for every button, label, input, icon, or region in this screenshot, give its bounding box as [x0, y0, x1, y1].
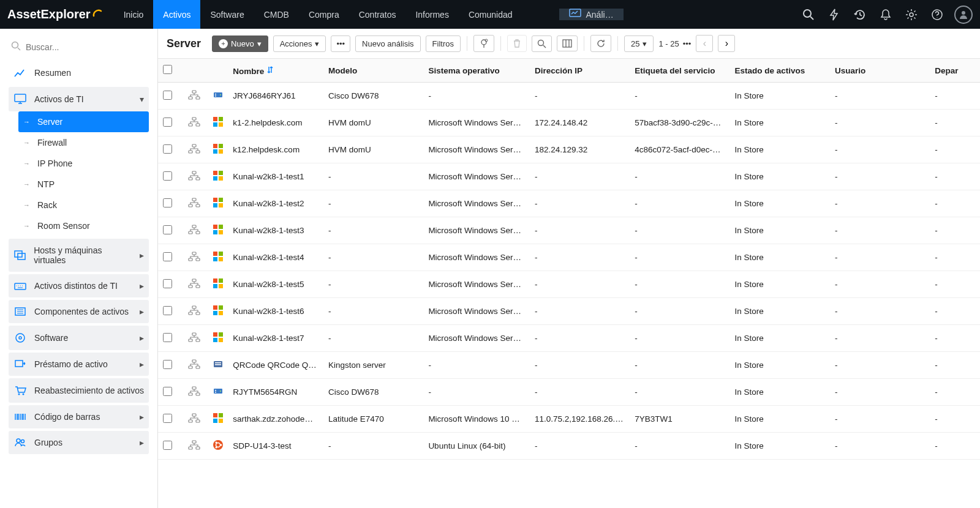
network-icon[interactable]	[188, 386, 202, 396]
nav-item-activos[interactable]: Activos	[153, 0, 200, 29]
table-row[interactable]: Kunal-w2k8-1-test1-Microsoft Windows Ser…	[158, 163, 980, 190]
network-icon[interactable]	[188, 171, 202, 181]
separator	[617, 36, 618, 51]
sidebar-item-room-sensor[interactable]: →Room Sensor	[18, 215, 149, 236]
actions-button[interactable]: Acciones ▾	[273, 35, 326, 52]
sidebar-group-it-assets[interactable]: Activos de TI ▾	[9, 87, 149, 111]
network-icon[interactable]	[188, 440, 202, 450]
row-checkbox[interactable]	[163, 414, 172, 423]
sidebar-group-components[interactable]: Componentes de activos ▸	[9, 300, 149, 323]
sidebar-item-firewall[interactable]: →Firewall	[18, 132, 149, 153]
row-checkbox[interactable]	[163, 441, 172, 450]
row-checkbox[interactable]	[163, 91, 172, 100]
row-checkbox[interactable]	[163, 279, 172, 288]
sidebar-item-server[interactable]: →Server	[18, 111, 149, 132]
network-icon[interactable]	[188, 117, 202, 127]
pin-button[interactable]	[473, 35, 494, 52]
sidebar-group-loan[interactable]: Préstamo de activo ▸	[9, 353, 149, 376]
table-row[interactable]: RJYTM5654RGNCisco DW678---In Store--	[158, 379, 980, 406]
nav-item-comunidad[interactable]: Comunidad	[459, 0, 522, 29]
network-icon[interactable]	[188, 305, 202, 315]
columns-button[interactable]	[557, 35, 578, 51]
bolt-icon[interactable]	[826, 6, 843, 23]
col-header-tag[interactable]: Etiqueta del servicio	[630, 59, 729, 83]
network-icon[interactable]	[188, 278, 202, 288]
network-icon[interactable]	[188, 90, 202, 100]
row-checkbox[interactable]	[163, 360, 172, 369]
grid-search-button[interactable]	[532, 35, 552, 52]
sidebar-group-groups[interactable]: Grupos ▸	[9, 431, 149, 454]
avatar-icon[interactable]	[954, 6, 973, 24]
sidebar-group-barcode[interactable]: Código de barras ▸	[9, 405, 149, 428]
sidebar-item-ntp[interactable]: →NTP	[18, 174, 149, 195]
nav-item-compra[interactable]: Compra	[299, 0, 349, 29]
col-header-ip[interactable]: Dirección IP	[530, 59, 630, 83]
row-checkbox[interactable]	[163, 252, 172, 261]
row-checkbox[interactable]	[163, 198, 172, 207]
table-row[interactable]: Kunal-w2k8-1-test7-Microsoft Windows Ser…	[158, 325, 980, 352]
table-row[interactable]: QRCode QRCode Q…Kingston server---In Sto…	[158, 352, 980, 379]
sidebar-item-ip-phone[interactable]: →IP Phone	[18, 153, 149, 174]
table-row[interactable]: Kunal-w2k8-1-test4-Microsoft Windows Ser…	[158, 244, 980, 271]
table-row[interactable]: Kunal-w2k8-1-test3-Microsoft Windows Ser…	[158, 217, 980, 244]
network-icon[interactable]	[188, 252, 202, 261]
next-page-button[interactable]: ›	[718, 35, 735, 52]
refresh-button[interactable]	[590, 35, 611, 52]
page-size-button[interactable]: 25 ▾	[624, 35, 654, 52]
help-icon[interactable]	[929, 6, 946, 23]
row-checkbox[interactable]	[163, 171, 172, 181]
table-row[interactable]: Kunal-w2k8-1-test6-Microsoft Windows Ser…	[158, 298, 980, 325]
table-row[interactable]: Kunal-w2k8-1-test2-Microsoft Windows Ser…	[158, 190, 980, 217]
network-icon[interactable]	[188, 332, 202, 342]
prev-page-button[interactable]: ‹	[696, 35, 713, 52]
network-icon[interactable]	[188, 144, 202, 154]
col-header-model[interactable]: Modelo	[323, 59, 423, 83]
nav-item-cmdb[interactable]: CMDB	[254, 0, 299, 29]
bell-icon[interactable]	[877, 6, 894, 23]
nav-item-inicio[interactable]: Inicio	[114, 0, 154, 29]
nav-item-contratos[interactable]: Contratos	[349, 0, 406, 29]
network-icon[interactable]	[188, 413, 202, 423]
col-header-os[interactable]: Sistema operativo	[423, 59, 530, 83]
network-icon[interactable]	[188, 225, 202, 234]
history-icon[interactable]	[851, 6, 869, 23]
table-row[interactable]: Kunal-w2k8-1-test5-Microsoft Windows Ser…	[158, 271, 980, 298]
sidebar-group-nonit[interactable]: Activos distintos de TI ▸	[9, 274, 149, 297]
table-row[interactable]: JRYJ6846RYJ61Cisco DW678---In Store--	[158, 83, 980, 110]
new-button[interactable]: +Nuevo ▾	[212, 35, 268, 52]
network-icon[interactable]	[188, 198, 202, 207]
network-icon[interactable]	[188, 359, 202, 369]
delete-button[interactable]	[507, 35, 527, 52]
table-row[interactable]: k12.helpdesk.comHVM domUMicrosoft Window…	[158, 136, 980, 163]
table-row[interactable]: SDP-U14-3-test-Ubuntu Linux (64-bit)--In…	[158, 433, 980, 460]
svg-rect-70	[219, 257, 223, 261]
row-checkbox[interactable]	[163, 333, 172, 342]
col-header-name[interactable]: Nombre	[228, 59, 323, 83]
new-scan-button[interactable]: Nuevo análisis	[355, 35, 421, 52]
sidebar-search-input[interactable]	[26, 42, 146, 52]
gear-icon[interactable]	[903, 6, 920, 23]
row-checkbox[interactable]	[163, 387, 172, 396]
sidebar-summary[interactable]: Resumen	[9, 61, 149, 84]
col-header-user[interactable]: Usuario	[830, 59, 930, 83]
more-button[interactable]: •••	[331, 35, 350, 52]
nav-item-software[interactable]: Software	[200, 0, 254, 29]
sidebar-item-rack[interactable]: →Rack	[18, 195, 149, 215]
nav-analytics[interactable]: Análi…	[559, 9, 624, 20]
col-header-dept[interactable]: Depar	[930, 59, 980, 83]
filters-button[interactable]: Filtros	[426, 35, 461, 52]
sidebar-search[interactable]	[9, 37, 149, 61]
sidebar-group-hosts[interactable]: Hosts y máquinas virtuales ▸	[9, 239, 149, 272]
col-header-state[interactable]: Estado de activos	[730, 59, 830, 83]
row-checkbox[interactable]	[163, 306, 172, 315]
table-row[interactable]: sarthak.zdz.zohode…Latitude E7470Microso…	[158, 406, 980, 433]
select-all-checkbox[interactable]	[163, 65, 172, 74]
nav-item-informes[interactable]: Informes	[405, 0, 458, 29]
search-icon[interactable]	[800, 6, 817, 23]
table-row[interactable]: k1-2.helpdesk.comHVM domUMicrosoft Windo…	[158, 110, 980, 136]
sidebar-group-software[interactable]: Software ▸	[9, 326, 149, 350]
row-checkbox[interactable]	[163, 225, 172, 234]
row-checkbox[interactable]	[163, 118, 172, 127]
sidebar-group-replenish[interactable]: Reabastecimiento de activos	[9, 378, 149, 403]
row-checkbox[interactable]	[163, 144, 172, 154]
